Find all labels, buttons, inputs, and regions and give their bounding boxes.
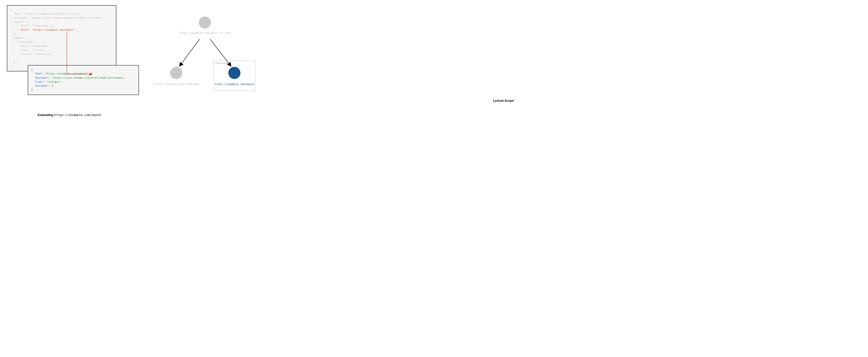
caption-label: Evaluating <box>38 113 54 117</box>
json-number: 0 <box>52 85 53 88</box>
ref-value-highlight: "https://example.com/epoch" <box>32 29 74 32</box>
json-key: "type" <box>34 81 44 84</box>
code-line: "$defs": { <box>10 37 29 40</box>
main-schema-code: { "$id": "https://example.com/point-in-t… <box>7 5 116 71</box>
code-line-prefix: { <box>10 29 20 32</box>
code-line: { <box>31 68 33 71</box>
code-line: "$schema": "https://json-schema.org/draf… <box>10 17 104 20</box>
epoch-node-active <box>228 67 241 79</box>
json-string: "https://example.com/epoch" <box>45 72 88 76</box>
right-caption: Lexical Scope <box>146 99 861 102</box>
json-key: "$id" <box>34 72 42 76</box>
json-string: "https://json-schema.org/draft/2020-12/s… <box>52 77 123 80</box>
code-line: } <box>31 89 33 91</box>
code-line: } <box>10 65 12 68</box>
json-key: "$schema" <box>34 77 49 80</box>
epoch-node-label: https://example.com/epoch <box>215 83 254 86</box>
timestamp-node-label: https://example.com/timestamp <box>153 83 199 86</box>
code-line: "anyOf": [ <box>10 21 29 24</box>
left-caption: Evaluating https://example.com/epoch <box>7 113 132 117</box>
code-line: { "$ref": "timestamp" }, <box>10 25 54 28</box>
json-key: "minimum" <box>34 85 49 88</box>
code-line: } <box>10 61 15 64</box>
timestamp-node <box>170 67 182 79</box>
code-panel: { "$id": "https://example.com/point-in-t… <box>7 5 132 117</box>
lexical-scope-box-label: Lexical Scope <box>215 62 228 64</box>
diagram-container: { "$id": "https://example.com/point-in-t… <box>7 5 861 117</box>
root-node-label: https://example.com/point-in-time <box>179 31 231 35</box>
tree-panel: https://example.com/point-in-time https:… <box>146 5 861 102</box>
code-line: "format": "date-time" <box>10 53 53 56</box>
caption-uri: https://example.com/epoch <box>54 113 101 117</box>
referenced-schema-code: { "$id": "https://example.com/epoch", "$… <box>28 65 139 95</box>
code-line-suffix: } <box>74 29 78 32</box>
ref-key-highlight: "$ref" <box>20 29 29 32</box>
code-line: "$id": "https://example.com/point-in-tim… <box>10 12 81 16</box>
code-line: "$id": "timestamp", <box>10 45 50 48</box>
code-line: "timestamp": { <box>10 41 38 44</box>
code-line: "type": "string", <box>10 49 46 52</box>
root-node <box>199 17 211 29</box>
code-line: } <box>10 57 18 60</box>
code-line: ], <box>10 33 17 36</box>
json-string: "integer" <box>47 81 61 84</box>
ref-colon: : <box>29 29 32 32</box>
tree-edge-left <box>180 39 199 66</box>
scope-tree-diagram: https://example.com/point-in-time https:… <box>146 9 257 95</box>
code-line: { <box>10 8 12 11</box>
